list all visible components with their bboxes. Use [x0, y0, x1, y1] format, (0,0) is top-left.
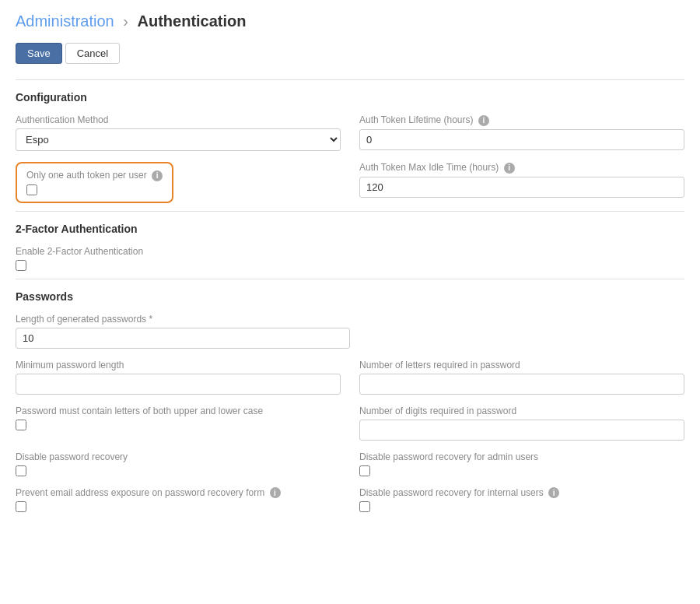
- cancel-button[interactable]: Cancel: [65, 43, 120, 64]
- min-length-input[interactable]: [16, 374, 341, 395]
- breadcrumb-admin[interactable]: Administration: [16, 12, 114, 30]
- letters-required-label: Number of letters required in password: [359, 360, 684, 370]
- breadcrumb-separator: ›: [123, 12, 128, 30]
- breadcrumb-current: Authentication: [138, 12, 247, 30]
- letters-required-group: Number of letters required in password: [359, 360, 684, 395]
- length-generated-label: Length of generated passwords *: [16, 314, 350, 325]
- one-token-per-user-group: Only one auth token per user i: [16, 162, 341, 203]
- disable-recovery-admin-label: Disable password recovery for admin user…: [359, 451, 684, 462]
- one-token-checkbox-group: Only one auth token per user i: [26, 170, 163, 195]
- upper-lower-group: Password must contain letters of both up…: [16, 406, 341, 441]
- one-token-checkbox[interactable]: [26, 184, 37, 195]
- one-token-label: Only one auth token per user i: [26, 170, 163, 181]
- auth-token-lifetime-input[interactable]: [359, 129, 684, 150]
- auth-token-idle-group: Auth Token Max Idle Time (hours) i: [359, 162, 684, 203]
- disable-recovery-checkbox[interactable]: [16, 465, 26, 476]
- passwords-top-row: Length of generated passwords *: [16, 314, 684, 349]
- configuration-section: Configuration Authentication Method Espo…: [16, 79, 684, 211]
- digits-required-label: Number of digits required in password: [359, 406, 684, 416]
- configuration-title: Configuration: [16, 91, 684, 104]
- disable-recovery-label: Disable password recovery: [16, 451, 341, 462]
- breadcrumb: Administration › Authentication: [16, 12, 684, 30]
- enable-2fa-checkbox[interactable]: [16, 260, 26, 271]
- toolbar: Save Cancel: [16, 43, 684, 64]
- digits-required-group: Number of digits required in password: [359, 406, 684, 441]
- auth-token-idle-label: Auth Token Max Idle Time (hours) i: [359, 162, 684, 174]
- two-factor-section: 2-Factor Authentication Enable 2-Factor …: [16, 211, 684, 279]
- auth-token-lifetime-group: Auth Token Lifetime (hours) i: [359, 114, 684, 151]
- save-button[interactable]: Save: [16, 43, 62, 64]
- enable-2fa-label: Enable 2-Factor Authentication: [16, 246, 684, 257]
- disable-recovery-admin-checkbox[interactable]: [359, 465, 370, 476]
- auth-method-group: Authentication Method Espo LDAP SAML OAu…: [16, 114, 341, 151]
- disable-recovery-internal-group: Disable password recovery for internal u…: [359, 487, 684, 513]
- passwords-title: Passwords: [16, 290, 684, 303]
- auth-method-select[interactable]: Espo LDAP SAML OAuth2: [16, 128, 341, 151]
- two-factor-title: 2-Factor Authentication: [16, 223, 684, 235]
- prevent-email-group: Prevent email address exposure on passwo…: [16, 487, 341, 513]
- disable-recovery-admin-group: Disable password recovery for admin user…: [359, 451, 684, 476]
- upper-lower-label: Password must contain letters of both up…: [16, 406, 341, 416]
- prevent-email-info-icon: i: [270, 487, 281, 498]
- one-token-info-icon: i: [152, 170, 163, 181]
- prevent-email-label: Prevent email address exposure on passwo…: [16, 487, 341, 499]
- length-generated-group: Length of generated passwords *: [16, 314, 350, 349]
- disable-recovery-internal-info-icon: i: [548, 487, 559, 498]
- digits-required-input[interactable]: [359, 420, 684, 441]
- min-length-group: Minimum password length: [16, 360, 341, 395]
- auth-token-idle-info-icon: i: [504, 163, 515, 174]
- page-wrapper: Administration › Authentication Save Can…: [0, 0, 700, 604]
- auth-token-idle-input[interactable]: [359, 177, 684, 198]
- enable-2fa-group: Enable 2-Factor Authentication: [16, 246, 684, 271]
- disable-recovery-internal-checkbox[interactable]: [359, 501, 370, 512]
- length-generated-input[interactable]: [16, 328, 350, 349]
- auth-token-lifetime-label: Auth Token Lifetime (hours) i: [359, 114, 684, 126]
- auth-method-label: Authentication Method: [16, 114, 341, 125]
- auth-token-lifetime-info-icon: i: [478, 115, 489, 126]
- upper-lower-checkbox[interactable]: [16, 420, 26, 430]
- prevent-email-checkbox[interactable]: [16, 501, 26, 512]
- passwords-section: Passwords Length of generated passwords …: [16, 279, 684, 521]
- disable-recovery-internal-label: Disable password recovery for internal u…: [359, 487, 684, 499]
- one-token-highlight: Only one auth token per user i: [16, 162, 173, 203]
- letters-required-input[interactable]: [359, 374, 684, 395]
- min-length-label: Minimum password length: [16, 360, 341, 370]
- disable-recovery-group: Disable password recovery: [16, 451, 341, 476]
